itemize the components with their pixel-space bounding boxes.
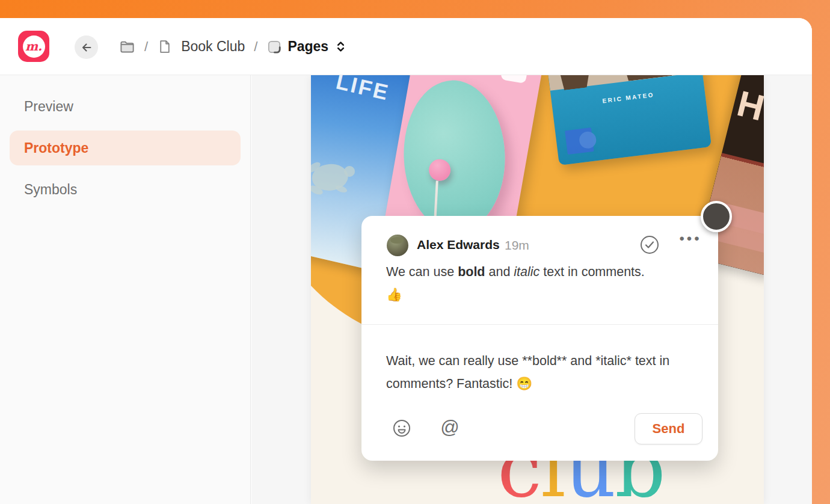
candy-plate [401, 79, 508, 234]
mention-button[interactable]: @ [438, 416, 461, 440]
comment-timestamp: 19m [505, 238, 529, 253]
turtle-illustration [311, 147, 365, 207]
pages-label: Pages [287, 38, 328, 55]
hi-book-title: HI [733, 82, 764, 132]
arrow-left-icon [80, 41, 93, 54]
breadcrumb: / Book Club / Pages [119, 18, 348, 75]
candy-book-corner-chip [500, 75, 530, 84]
card-divider [361, 324, 718, 325]
app-background: m. / Book Club / [0, 0, 830, 504]
prototype-screen[interactable]: LIFE the [311, 75, 764, 504]
sidebar-item-preview[interactable]: Preview [10, 89, 241, 124]
resolve-comment-button[interactable] [638, 234, 661, 257]
ocean-book-author: ERIC MATEO [552, 85, 704, 111]
check-circle-icon [639, 235, 660, 255]
canvas-area: LIFE the [251, 75, 812, 504]
send-button[interactable]: Send [635, 413, 702, 444]
top-header: m. / Book Club / [0, 18, 812, 75]
life-book-title: LIFE [311, 75, 420, 112]
breadcrumb-separator: / [144, 39, 148, 55]
chevron-updown-icon [334, 40, 348, 54]
breadcrumb-separator: / [254, 39, 257, 55]
document-icon [157, 39, 172, 54]
reply-input[interactable]: Wait, we can really use **bold** and *it… [386, 349, 681, 395]
marvel-logo-mark: m. [23, 35, 45, 58]
ocean-book-logo [565, 128, 594, 155]
comment-card: Alex Edwards 19m ••• We can use bold and… [361, 216, 718, 461]
sidebar-item-symbols[interactable]: Symbols [10, 172, 241, 207]
emoji-picker-button[interactable] [392, 419, 412, 439]
back-button[interactable] [75, 35, 98, 59]
pages-icon [266, 39, 282, 55]
sidebar-item-prototype[interactable]: Prototype [10, 131, 241, 165]
comment-body: We can use bold and italic text in comme… [386, 260, 657, 306]
folder-icon[interactable] [119, 38, 135, 55]
app-window: m. / Book Club / [0, 18, 812, 504]
avatar [387, 235, 408, 256]
more-options-button[interactable]: ••• [677, 230, 704, 247]
breadcrumb-project[interactable]: Book Club [181, 38, 245, 55]
left-sidebar: Preview Prototype Symbols [0, 75, 251, 504]
marvel-logo[interactable]: m. [18, 31, 49, 62]
comment-author: Alex Edwards [417, 238, 500, 252]
pages-selector[interactable]: Pages [266, 38, 348, 55]
smiley-icon [392, 419, 411, 438]
comment-pin[interactable] [701, 201, 732, 232]
